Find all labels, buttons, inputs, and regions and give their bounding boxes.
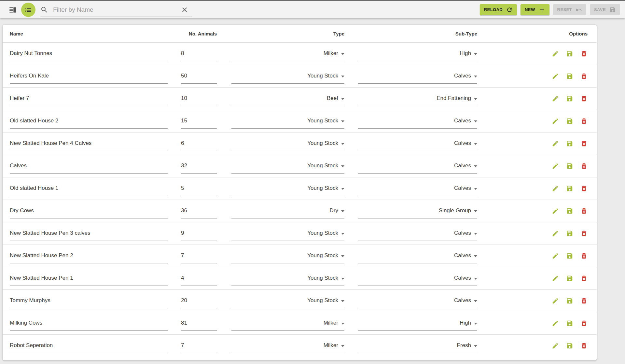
animals-input[interactable]: 9 <box>181 226 217 241</box>
name-input[interactable]: New Slatted House Pen 4 Calves <box>10 136 168 151</box>
delete-row-button[interactable] <box>580 320 588 327</box>
type-select[interactable]: Milker <box>231 46 344 61</box>
edit-row-button[interactable] <box>552 50 559 57</box>
type-select[interactable]: Young Stock <box>231 114 344 129</box>
subtype-select[interactable]: Calves <box>358 159 477 174</box>
animals-input[interactable]: 8 <box>181 46 217 61</box>
edit-row-button[interactable] <box>552 73 559 80</box>
delete-row-button[interactable] <box>580 118 588 125</box>
split-view-toggle[interactable] <box>8 6 17 14</box>
name-input[interactable]: Milking Cows <box>10 316 168 331</box>
save-row-button[interactable] <box>566 252 573 259</box>
save-row-button[interactable] <box>566 230 573 237</box>
animals-input[interactable]: 50 <box>181 69 217 84</box>
name-input[interactable]: New Slatted House Pen 2 <box>10 248 168 263</box>
reset-button[interactable]: RESET <box>553 4 586 15</box>
filter-input[interactable] <box>52 6 176 14</box>
type-select[interactable]: Young Stock <box>231 226 344 241</box>
edit-row-button[interactable] <box>552 320 559 327</box>
save-row-button[interactable] <box>566 95 573 102</box>
subtype-select[interactable]: High <box>358 46 477 61</box>
filter-field[interactable] <box>40 3 192 17</box>
subtype-select[interactable]: Calves <box>358 181 477 196</box>
save-row-button[interactable] <box>566 140 573 147</box>
type-select[interactable]: Young Stock <box>231 69 344 84</box>
subtype-select[interactable]: Calves <box>358 114 477 129</box>
edit-row-button[interactable] <box>552 140 559 147</box>
delete-row-button[interactable] <box>580 207 588 215</box>
subtype-select[interactable]: High <box>358 316 477 331</box>
animals-input[interactable]: 81 <box>181 316 217 331</box>
animals-input[interactable]: 7 <box>181 338 217 353</box>
delete-row-button[interactable] <box>580 50 588 57</box>
name-input[interactable]: Dry Cows <box>10 203 168 218</box>
save-row-button[interactable] <box>566 185 573 192</box>
type-select[interactable]: Young Stock <box>231 181 344 196</box>
type-select[interactable]: Dry <box>231 203 344 218</box>
delete-row-button[interactable] <box>580 275 588 282</box>
animals-input[interactable]: 15 <box>181 114 217 129</box>
name-input[interactable]: Robot Seperation <box>10 338 168 353</box>
save-row-button[interactable] <box>566 50 573 57</box>
delete-row-button[interactable] <box>580 252 588 259</box>
animals-input[interactable]: 36 <box>181 203 217 218</box>
animals-input[interactable]: 5 <box>181 181 217 196</box>
type-select[interactable]: Young Stock <box>231 293 344 308</box>
edit-row-button[interactable] <box>552 230 559 237</box>
save-row-button[interactable] <box>566 73 573 80</box>
subtype-select[interactable]: Calves <box>358 69 477 84</box>
edit-row-button[interactable] <box>552 342 559 349</box>
edit-row-button[interactable] <box>552 297 559 304</box>
edit-row-button[interactable] <box>552 95 559 102</box>
reload-button[interactable]: RELOAD <box>480 4 517 15</box>
save-row-button[interactable] <box>566 118 573 125</box>
subtype-select[interactable]: End Fattening <box>358 91 477 106</box>
name-input[interactable]: Heifers On Kale <box>10 69 168 84</box>
delete-row-button[interactable] <box>580 95 588 102</box>
delete-row-button[interactable] <box>580 185 588 192</box>
new-button[interactable]: NEW <box>521 4 549 15</box>
subtype-select[interactable]: Calves <box>358 271 477 286</box>
subtype-select[interactable]: Calves <box>358 248 477 263</box>
name-input[interactable]: New Slatted House Pen 1 <box>10 271 168 286</box>
save-row-button[interactable] <box>566 207 573 215</box>
type-select[interactable]: Milker <box>231 338 344 353</box>
name-input[interactable]: Old slatted House 2 <box>10 114 168 129</box>
animals-input[interactable]: 32 <box>181 159 217 174</box>
name-input[interactable]: Heifer 7 <box>10 91 168 106</box>
name-input[interactable]: Dairy Nut Tonnes <box>10 46 168 61</box>
edit-row-button[interactable] <box>552 207 559 215</box>
type-select[interactable]: Young Stock <box>231 248 344 263</box>
name-input[interactable]: New Slatted House Pen 3 calves <box>10 226 168 241</box>
type-select[interactable]: Young Stock <box>231 271 344 286</box>
subtype-select[interactable]: Fresh <box>358 338 477 353</box>
subtype-select[interactable]: Calves <box>358 293 477 308</box>
animals-input[interactable]: 10 <box>181 91 217 106</box>
type-select[interactable]: Beef <box>231 91 344 106</box>
subtype-select[interactable]: Calves <box>358 226 477 241</box>
name-input[interactable]: Old slatted House 1 <box>10 181 168 196</box>
subtype-select[interactable]: Calves <box>358 136 477 151</box>
animals-input[interactable]: 20 <box>181 293 217 308</box>
delete-row-button[interactable] <box>580 342 588 349</box>
edit-row-button[interactable] <box>552 185 559 192</box>
delete-row-button[interactable] <box>580 162 588 170</box>
group-list-button[interactable] <box>21 3 35 17</box>
name-input[interactable]: Tommy Murphys <box>10 293 168 308</box>
type-select[interactable]: Milker <box>231 316 344 331</box>
edit-row-button[interactable] <box>552 162 559 170</box>
delete-row-button[interactable] <box>580 73 588 80</box>
animals-input[interactable]: 7 <box>181 248 217 263</box>
subtype-select[interactable]: Single Group <box>358 203 477 218</box>
edit-row-button[interactable] <box>552 252 559 259</box>
save-row-button[interactable] <box>566 297 573 304</box>
animals-input[interactable]: 6 <box>181 136 217 151</box>
type-select[interactable]: Young Stock <box>231 159 344 174</box>
delete-row-button[interactable] <box>580 297 588 304</box>
save-row-button[interactable] <box>566 320 573 327</box>
animals-input[interactable]: 4 <box>181 271 217 286</box>
clear-filter-button[interactable] <box>181 6 188 14</box>
name-input[interactable]: Calves <box>10 159 168 174</box>
edit-row-button[interactable] <box>552 275 559 282</box>
type-select[interactable]: Young Stock <box>231 136 344 151</box>
